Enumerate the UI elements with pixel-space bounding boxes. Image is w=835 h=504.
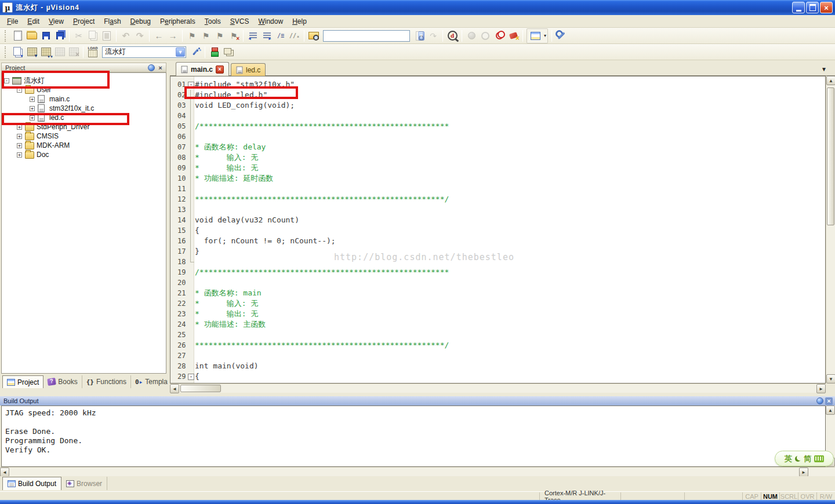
tree-item[interactable]: StdPeriph_Driver [2, 122, 166, 132]
tree-expander[interactable] [17, 125, 22, 130]
minimize-button[interactable] [792, 2, 805, 13]
scroll-left-icon[interactable]: ◄ [0, 468, 9, 477]
tree-item[interactable]: led.c [2, 113, 166, 122]
save-all-icon[interactable] [53, 30, 67, 42]
scroll-left-icon[interactable]: ◄ [170, 384, 179, 393]
close-icon[interactable]: × [157, 64, 164, 71]
tree-item[interactable]: main.c [2, 94, 166, 104]
copy-icon[interactable] [86, 30, 100, 42]
output-horizontal-scrollbar[interactable]: ◄ ► [0, 467, 835, 476]
code-line[interactable]: 12 *************************************… [170, 194, 825, 204]
tab-browser[interactable]: Browser [61, 477, 107, 490]
menu-item[interactable]: File [2, 16, 23, 27]
open-file-icon[interactable] [25, 30, 39, 42]
scroll-down-icon[interactable]: ▼ [826, 374, 835, 384]
code-line[interactable]: 18 [170, 257, 825, 267]
fold-marker[interactable] [187, 163, 195, 173]
save-icon[interactable] [39, 30, 53, 42]
close-tab-icon[interactable]: × [216, 65, 224, 74]
new-file-icon[interactable] [11, 30, 25, 42]
fold-marker[interactable] [187, 371, 195, 382]
flash-download-icon[interactable]: LOAD [86, 46, 100, 59]
indent-icon[interactable] [260, 30, 274, 42]
window-layout-button[interactable]: ▾ [527, 28, 548, 43]
code-line[interactable]: 07 * 函数名称: delay [170, 142, 825, 152]
code-line[interactable]: 17 } [170, 246, 825, 257]
menu-item[interactable]: Project [68, 16, 99, 27]
editor-vertical-scrollbar[interactable]: ▲ ▼ [826, 76, 835, 384]
auto-hide-pin-icon[interactable] [816, 397, 823, 404]
scroll-right-icon[interactable]: ► [799, 468, 808, 477]
restore-button[interactable] [806, 2, 819, 13]
ime-mode-indicator[interactable]: 简 [804, 454, 811, 464]
fold-marker[interactable] [187, 350, 195, 361]
uncomment-selection-icon[interactable] [288, 30, 302, 42]
code-line[interactable]: 19 /************************************… [170, 267, 825, 277]
scroll-right-icon[interactable]: ► [816, 384, 826, 393]
bookmark-clear-all-icon[interactable] [227, 30, 241, 42]
tree-expander[interactable] [4, 78, 9, 83]
search-input[interactable] [324, 32, 418, 40]
tree-item[interactable]: CMSIS [2, 132, 166, 141]
fold-marker[interactable] [187, 184, 195, 194]
fold-marker[interactable] [187, 319, 195, 330]
bookmark-next-icon[interactable] [213, 30, 227, 42]
chevron-down-icon[interactable]: ▾ [544, 33, 546, 38]
enable-disable-breakpoint-icon[interactable] [478, 30, 492, 42]
tree-expander[interactable] [17, 87, 22, 93]
code-line[interactable]: 01 #include "stm32f10x.h" [170, 79, 825, 90]
fold-marker[interactable] [187, 121, 195, 132]
code-line[interactable]: 04 [170, 111, 825, 121]
find-icon[interactable] [412, 30, 426, 42]
scrollbar-thumb[interactable] [180, 385, 221, 392]
code-line[interactable]: 23 * 输出: 无 [170, 309, 825, 319]
fold-marker[interactable] [187, 111, 195, 121]
translate-icon[interactable] [11, 46, 25, 59]
fold-marker[interactable] [187, 132, 195, 142]
menu-item[interactable]: Edit [23, 16, 44, 27]
tree-item[interactable]: 流水灯 [2, 76, 166, 85]
code-line[interactable]: 09 * 输出: 无 [170, 163, 825, 173]
keyboard-icon[interactable] [814, 455, 824, 462]
tree-item[interactable]: User [2, 85, 166, 94]
build-icon[interactable] [25, 46, 39, 59]
fold-marker[interactable] [187, 309, 195, 319]
fold-marker[interactable] [187, 246, 195, 257]
cut-icon[interactable] [72, 30, 86, 42]
fold-marker[interactable] [187, 142, 195, 152]
tree-item[interactable]: Doc [2, 150, 166, 159]
code-line[interactable]: 20 [170, 277, 825, 288]
code-editor[interactable]: http://blog.csdn.net/thebestleo 01 #incl… [170, 76, 826, 384]
incremental-find-icon[interactable] [426, 30, 440, 42]
code-line[interactable]: 11 [170, 184, 825, 194]
undo-icon[interactable] [119, 30, 133, 42]
target-options-icon[interactable] [188, 46, 202, 59]
fold-marker[interactable] [187, 340, 195, 350]
code-line[interactable]: 13 [170, 204, 825, 215]
bookmark-prev-icon[interactable] [199, 30, 213, 42]
fold-marker[interactable] [187, 90, 195, 100]
batch-build-icon[interactable] [53, 46, 67, 59]
menu-item[interactable]: Debug [126, 16, 155, 27]
kill-all-breakpoints-icon[interactable] [506, 30, 520, 42]
fold-marker[interactable] [187, 298, 195, 309]
insert-breakpoint-icon[interactable] [464, 30, 478, 42]
paste-icon[interactable] [100, 30, 114, 42]
fold-marker[interactable] [187, 361, 195, 371]
fold-marker[interactable] [187, 288, 195, 298]
menu-item[interactable]: Flash [99, 16, 125, 27]
chevron-down-icon[interactable] [176, 48, 185, 57]
tree-item[interactable]: MDK-ARM [2, 141, 166, 150]
fold-marker[interactable] [187, 79, 195, 90]
code-line[interactable]: 21 * 函数名称: main [170, 288, 825, 298]
comment-selection-icon[interactable] [274, 30, 288, 42]
code-line[interactable]: 26 *************************************… [170, 340, 825, 350]
fold-marker[interactable] [187, 173, 195, 184]
code-line[interactable]: 22 * 输入: 无 [170, 298, 825, 309]
tab-project[interactable]: Project [2, 375, 43, 388]
fold-marker[interactable] [187, 277, 195, 288]
tree-expander[interactable] [17, 152, 22, 158]
file-extensions-icon[interactable] [222, 46, 235, 59]
code-line[interactable]: 27 [170, 350, 825, 361]
tree-expander[interactable] [30, 106, 35, 111]
